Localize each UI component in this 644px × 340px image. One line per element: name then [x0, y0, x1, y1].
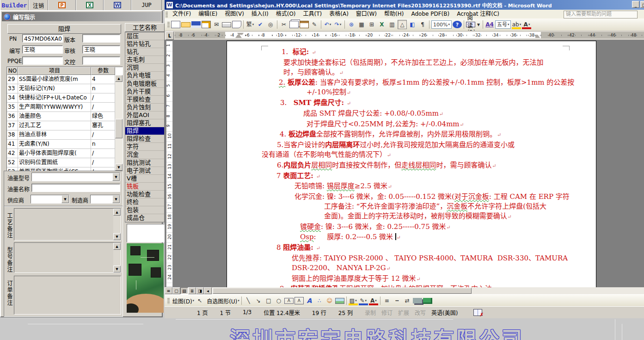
character-scaling-icon[interactable]: A4 — [485, 20, 494, 29]
process-list-item[interactable]: 沉铜 — [125, 64, 164, 72]
reading-layout-button[interactable]: ◨ — [196, 287, 204, 294]
menu-item[interactable]: 编辑(E) — [195, 10, 221, 19]
select-objects-icon[interactable]: ↖ — [195, 296, 204, 305]
chevron-down-icon[interactable]: ▼ — [61, 195, 69, 203]
toolbar-grip[interactable] — [166, 11, 168, 18]
process-list-item[interactable]: V槽 — [125, 175, 164, 183]
menu-item[interactable]: Adobe PDF(B) — [407, 10, 453, 19]
font-color-icon[interactable]: A▾ — [522, 20, 531, 29]
undo-icon[interactable]: ↶▾ — [323, 20, 332, 29]
line-icon[interactable]: ╲ — [244, 296, 253, 305]
process-list-item[interactable]: 包装 — [125, 206, 164, 214]
process-list-item[interactable]: 负片蚀刻 — [125, 104, 164, 111]
col-item[interactable]: 项目 — [18, 67, 91, 75]
scroll-down-icon[interactable]: ▼ — [115, 164, 123, 171]
scroll-down-icon[interactable]: ▼ — [113, 233, 121, 240]
columns-icon[interactable]: ▥ — [387, 20, 397, 29]
order-note-textarea[interactable] — [14, 276, 121, 315]
shadow-style-icon[interactable] — [413, 298, 422, 303]
word-launcher[interactable]: W — [104, 0, 131, 10]
menu-item[interactable]: 视图(V) — [221, 10, 248, 19]
process-list-item[interactable]: 终检 — [125, 198, 164, 206]
outline-view-button[interactable]: ≣ — [188, 287, 196, 294]
table-row[interactable]: 42最小导体表面阻焊厚度(/ — [7, 149, 123, 158]
builder-title-bar[interactable]: 编写指示 — [2, 12, 161, 21]
menu-item[interactable]: 工具(T) — [300, 10, 326, 19]
excel-launcher[interactable]: X — [76, 0, 104, 10]
print-icon[interactable] — [222, 22, 231, 27]
autoshapes-menu-button[interactable]: 自选图形(U)▾ — [205, 296, 239, 305]
highlight-icon[interactable]: ab▾ — [512, 20, 521, 29]
rectangle-icon[interactable]: □ — [264, 296, 273, 305]
hscroll-thumb[interactable] — [213, 288, 472, 294]
tab-selector[interactable]: L — [166, 31, 174, 40]
process-list-item[interactable]: 铣板 — [125, 183, 164, 191]
normal-view-button[interactable]: ≡ — [165, 287, 172, 294]
table-row[interactable]: 34快捷标记(FP+UL+DateCo/ — [7, 93, 123, 103]
process-list-item[interactable]: 去毛刺 — [125, 56, 164, 64]
process-list-item[interactable]: 字符 — [125, 143, 164, 151]
note-scrollbar[interactable]: ▲ ▼ — [113, 209, 121, 240]
permission-icon[interactable] — [202, 21, 211, 28]
email-icon[interactable]: ✉ — [212, 20, 221, 29]
menu-item[interactable]: Acrobat 注释(C) — [453, 10, 503, 19]
hanging-indent-marker[interactable] — [235, 35, 242, 38]
toolbar-options-icon[interactable]: ▾ — [476, 20, 481, 29]
oval-icon[interactable]: ○ — [274, 296, 283, 305]
scroll-left-icon[interactable]: ◂ — [204, 287, 212, 294]
insert-table-icon[interactable]: ⊞ — [367, 20, 376, 29]
process-list-item[interactable]: 外层AOI — [125, 111, 164, 119]
menu-item[interactable]: 窗口(W) — [352, 10, 380, 19]
process-list-item[interactable]: 层压 — [125, 32, 164, 40]
diagram-icon[interactable]: ∴ — [315, 296, 324, 305]
menu-item[interactable]: 插入(I) — [248, 10, 272, 19]
vertical-text-box-icon[interactable]: A — [294, 297, 304, 304]
zoom-select[interactable]: 100%▾ — [431, 20, 452, 29]
spelling-status-icon[interactable] — [473, 309, 482, 316]
table-row[interactable]: 52识别码位置图纸/ — [7, 158, 123, 167]
doccontrol-input[interactable] — [82, 56, 120, 65]
horizontal-ruler[interactable]: 8642 468101214161820222426283032343638 4… — [175, 32, 644, 38]
process-list-item[interactable]: 成品仓 — [125, 214, 164, 222]
table-row[interactable]: 38挡油点菲林/ — [7, 130, 123, 140]
process-list-item[interactable]: 功能检查 — [125, 191, 164, 198]
threed-style-icon[interactable] — [423, 298, 432, 304]
menu-item[interactable]: 表格(A) — [325, 10, 352, 19]
line-color-icon[interactable]: ✎▾ — [359, 296, 368, 305]
table-row[interactable]: 35生产周期(YYWW/WWYY)/ — [7, 103, 123, 112]
research-icon[interactable]: ◎ — [266, 20, 275, 29]
col-param[interactable]: 参数 — [91, 67, 115, 75]
word-title-bar[interactable]: W C:\Documents and Settings\shejun.HY.00… — [165, 0, 644, 10]
picture-icon[interactable] — [335, 298, 344, 304]
col-no[interactable]: NO — [7, 67, 18, 75]
process-list[interactable]: 层压铝片钻孔钻孔去毛刺沉铜负片电镀负电镀磨板负片干膜干膜检查负片蚀刻外层AOI阻… — [125, 32, 165, 223]
table-row[interactable]: 33无铅标记(Y/N)n — [7, 84, 123, 93]
ink-model-select[interactable]: ▼ — [31, 173, 120, 181]
jup-menu[interactable]: JUP — [131, 0, 162, 10]
menu-item[interactable]: 格式(O) — [272, 10, 300, 19]
process-note-textarea[interactable]: ▲ ▼ — [14, 208, 121, 241]
vertical-ruler[interactable]: 123456789101112131415161718192021222324 — [166, 41, 173, 287]
scroll-up-icon[interactable]: ▲ — [113, 243, 121, 250]
insert-excel-icon[interactable]: X — [377, 20, 386, 29]
print-layout-button[interactable]: ▤ — [180, 287, 188, 294]
scroll-thumb[interactable] — [115, 119, 123, 138]
print-preview-icon[interactable] — [232, 21, 241, 28]
process-list-item[interactable]: 负片干膜 — [125, 88, 164, 96]
process-list-item[interactable]: 干膜检查 — [125, 96, 164, 104]
reading-mode-button[interactable]: 阅读(R) — [466, 22, 475, 27]
process-list-item[interactable]: 阻焊 — [125, 127, 164, 135]
process-list-item[interactable]: 阻焊检查 — [125, 135, 164, 143]
spelling-icon[interactable]: ✔ — [256, 20, 265, 29]
help-input[interactable]: 键入需要帮助的问题 — [564, 11, 638, 19]
scroll-up-icon[interactable]: ▲ — [115, 75, 123, 82]
traditional-chinese-icon[interactable]: 繁▾ — [245, 20, 255, 29]
process-list-item[interactable]: 负片电镀 — [125, 72, 164, 80]
audit-input[interactable]: 王晓 — [82, 45, 120, 54]
logout-button[interactable]: 注销 — [29, 0, 48, 10]
ink-name-input[interactable] — [31, 184, 120, 192]
arrow-icon[interactable]: ↘ — [254, 296, 263, 305]
arrow-style-icon[interactable]: ⇄ — [403, 296, 412, 305]
wordart-icon[interactable]: A — [305, 296, 314, 305]
open-icon[interactable] — [181, 22, 190, 27]
